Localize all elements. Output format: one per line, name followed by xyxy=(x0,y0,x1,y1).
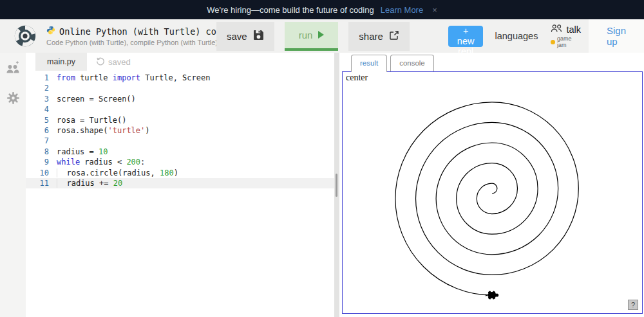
turtle-canvas: center ? xyxy=(342,71,643,314)
people-icon xyxy=(551,24,563,35)
line-number: 11 xyxy=(26,178,49,188)
code-line: 1from turtle import Turtle, Screen xyxy=(26,73,334,83)
game-jam-label: game jam xyxy=(557,35,581,48)
hiring-banner: We're hiring—come build the future of co… xyxy=(0,0,644,19)
line-number: 1 xyxy=(26,73,49,83)
code-line: 10 rosa.circle(radius, 180) xyxy=(26,168,334,178)
pane-splitter[interactable] xyxy=(334,53,339,317)
floppy-disk-icon xyxy=(253,30,264,42)
learn-more-link[interactable]: Learn More xyxy=(381,5,423,15)
line-number: 6 xyxy=(26,125,49,136)
sign-up-area: Sign up xyxy=(589,19,644,53)
share-button[interactable]: share xyxy=(348,22,410,51)
code-line: 9while radius < 200: xyxy=(26,157,334,167)
spiral-drawing xyxy=(343,72,642,313)
run-button[interactable]: run xyxy=(285,22,339,51)
tab-result[interactable]: result xyxy=(351,55,387,72)
new-repl-button[interactable]: + new repl xyxy=(448,26,484,47)
talk-label: talk xyxy=(566,24,581,35)
python-icon xyxy=(46,26,55,37)
splitter-handle-icon xyxy=(336,174,337,197)
code-line: 6rosa.shape('turtle') xyxy=(26,125,334,136)
save-button[interactable]: save xyxy=(216,22,274,51)
code-line: 3screen = Screen() xyxy=(26,94,334,104)
banner-message: We're hiring—come build the future of co… xyxy=(207,5,374,15)
line-number: 2 xyxy=(26,83,49,93)
sign-up-link[interactable]: Sign up xyxy=(607,25,626,47)
line-number: 8 xyxy=(26,147,49,157)
code-line: 7 xyxy=(26,136,334,146)
turtle-sprite xyxy=(486,291,498,300)
header-actions: save run share xyxy=(216,19,644,53)
saved-label: saved xyxy=(108,57,131,67)
code-line: 4 xyxy=(26,104,334,114)
code-editor[interactable]: main.py saved 1from turtle import Turtle… xyxy=(26,53,334,317)
help-button[interactable]: ? xyxy=(628,300,638,310)
line-number: 4 xyxy=(26,104,49,114)
line-number: 10 xyxy=(26,168,49,178)
game-jam-badge: game jam xyxy=(551,35,581,48)
result-tab-bar: result console xyxy=(339,53,644,71)
editor-tab-bar: main.py saved xyxy=(26,53,334,71)
replit-logo-icon[interactable] xyxy=(13,24,37,48)
save-button-label: save xyxy=(227,31,247,42)
line-number: 3 xyxy=(26,94,49,104)
page-subtitle: Code Python (with Turtle), compile Pytho… xyxy=(46,39,216,46)
share-button-label: share xyxy=(359,31,383,42)
languages-link[interactable]: languages xyxy=(495,31,538,41)
code-line: 8radius = 10 xyxy=(26,147,334,157)
title-block: Online Python (with Turtle) compiler, On… xyxy=(46,26,216,46)
share-export-icon xyxy=(389,30,399,42)
result-pane: result console center xyxy=(339,53,644,317)
code-line: 11 radius += 20 xyxy=(26,178,334,188)
run-button-label: run xyxy=(299,30,313,41)
page: We're hiring—come build the future of co… xyxy=(0,0,644,317)
tab-main-py[interactable]: main.py xyxy=(35,53,87,71)
game-jam-dot-icon xyxy=(551,40,555,44)
saved-status: saved xyxy=(96,53,131,71)
code-line: 2 xyxy=(26,83,334,93)
code-line: 5rosa = Turtle() xyxy=(26,115,334,125)
talk-link[interactable]: talk game jam xyxy=(551,24,581,48)
canvas-title: center xyxy=(346,73,368,83)
close-icon[interactable]: × xyxy=(432,5,437,15)
code-lines: 1from turtle import Turtle, Screen23scre… xyxy=(26,71,334,188)
history-icon xyxy=(96,57,105,68)
play-icon xyxy=(318,31,324,39)
left-sidebar xyxy=(0,53,26,317)
settings-gear-icon[interactable] xyxy=(7,92,19,107)
main-area: main.py saved 1from turtle import Turtle… xyxy=(0,53,644,317)
line-number: 5 xyxy=(26,115,49,125)
multiplayer-invite-icon[interactable] xyxy=(6,61,20,77)
tab-console[interactable]: console xyxy=(390,55,434,71)
header: Online Python (with Turtle) compiler, On… xyxy=(0,19,644,53)
line-number: 9 xyxy=(26,157,49,167)
line-number: 7 xyxy=(26,136,49,146)
